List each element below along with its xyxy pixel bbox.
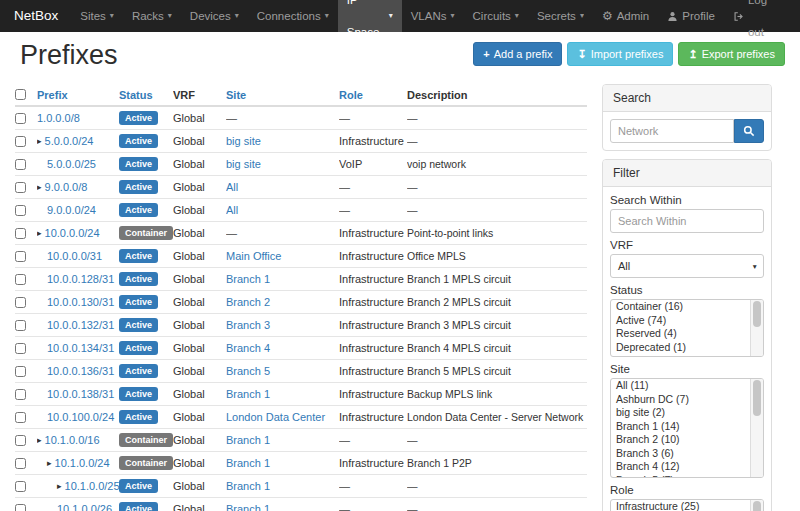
expand-toggle-icon[interactable]: ▸ [37,136,42,146]
role-option[interactable]: Infrastructure (25) [611,500,763,511]
site-link[interactable]: Branch 1 [226,503,270,511]
site-link[interactable]: London Data Center [226,411,325,423]
row-checkbox[interactable] [15,297,26,308]
status-option[interactable]: Reserved (4) [611,327,763,341]
column-header-site[interactable]: Site [226,89,246,101]
row-checkbox[interactable] [15,274,26,285]
row-checkbox[interactable] [15,159,26,170]
column-header-role[interactable]: Role [339,89,363,101]
row-checkbox[interactable] [15,389,26,400]
prefix-link[interactable]: 10.0.0.134/31 [47,342,114,354]
import-prefixes-button[interactable]: ↧ Import prefixes [567,42,673,66]
row-checkbox[interactable] [15,481,26,492]
nav-item-ip-space[interactable]: IP Space▾ [338,0,402,32]
expand-toggle-icon[interactable]: ▸ [37,182,42,192]
site-link[interactable]: Branch 1 [226,434,270,446]
site-option[interactable]: All (11) [611,379,763,393]
prefix-link[interactable]: 10.0.0.136/31 [47,365,114,377]
status-listbox[interactable]: Container (16)Active (74)Reserved (4)Dep… [610,299,764,357]
site-option[interactable]: Branch 4 (12) [611,460,763,474]
nav-item-vlans[interactable]: VLANs▾ [402,0,464,32]
nav-item-admin[interactable]: ⚙Admin [593,0,658,32]
row-checkbox[interactable] [15,182,26,193]
nav-item-profile[interactable]: Profile [658,0,724,32]
site-link[interactable]: big site [226,135,261,147]
scrollbar[interactable] [750,500,763,511]
site-link[interactable]: Branch 4 [226,342,270,354]
scrollbar-thumb[interactable] [753,380,761,416]
row-checkbox[interactable] [15,228,26,239]
site-link[interactable]: Branch 1 [226,480,270,492]
site-option[interactable]: Branch 2 (10) [611,433,763,447]
search-button[interactable] [734,119,764,143]
vrf-select[interactable]: All ▼ [610,254,764,278]
site-option[interactable]: big site (2) [611,406,763,420]
site-link[interactable]: big site [226,158,261,170]
nav-item-connections[interactable]: Connections▾ [248,0,338,32]
row-checkbox[interactable] [15,435,26,446]
prefix-link[interactable]: 10.0.0.128/31 [47,273,114,285]
site-option[interactable]: Branch 3 (6) [611,447,763,461]
row-checkbox[interactable] [15,251,26,262]
row-checkbox[interactable] [15,458,26,469]
prefix-link[interactable]: 5.0.0.0/25 [47,158,96,170]
column-header-prefix[interactable]: Prefix [37,89,68,101]
site-link[interactable]: All [226,204,238,216]
navbar-brand[interactable]: NetBox [0,0,71,32]
prefix-link[interactable]: 10.0.100.0/24 [47,411,114,423]
nav-item-racks[interactable]: Racks▾ [123,0,181,32]
site-link[interactable]: Branch 1 [226,273,270,285]
site-link[interactable]: Branch 2 [226,296,270,308]
expand-toggle-icon[interactable]: ▸ [57,481,62,491]
scrollbar-thumb[interactable] [753,501,761,511]
site-link[interactable]: Branch 3 [226,319,270,331]
site-listbox[interactable]: All (11)Ashburn DC (7)big site (2)Branch… [610,378,764,478]
nav-item-devices[interactable]: Devices▾ [181,0,248,32]
select-all-checkbox[interactable] [15,89,26,100]
row-checkbox[interactable] [15,320,26,331]
nav-item-secrets[interactable]: Secrets▾ [528,0,593,32]
site-link[interactable]: All [226,181,238,193]
row-checkbox[interactable] [15,504,26,511]
prefix-link[interactable]: 10.1.0.0/24 [55,457,110,469]
expand-toggle-icon[interactable]: ▸ [37,228,42,238]
site-option[interactable]: Ashburn DC (7) [611,393,763,407]
prefix-link[interactable]: 10.0.0.130/31 [47,296,114,308]
row-checkbox[interactable] [15,136,26,147]
status-option[interactable]: Active (74) [611,314,763,328]
site-link[interactable]: Branch 1 [226,388,270,400]
prefix-link[interactable]: 10.0.0.0/24 [45,227,100,239]
scrollbar[interactable] [750,300,763,356]
prefix-link[interactable]: 10.1.0.0/25 [65,480,119,492]
search-within-input[interactable] [610,209,764,233]
nav-item-sites[interactable]: Sites▾ [71,0,123,32]
row-checkbox[interactable] [15,412,26,423]
scrollbar[interactable] [750,379,763,477]
search-input[interactable] [610,119,734,143]
prefix-link[interactable]: 9.0.0.0/8 [45,181,88,193]
add-prefix-button[interactable]: + Add a prefix [473,42,562,66]
prefix-link[interactable]: 10.0.0.132/31 [47,319,114,331]
row-checkbox[interactable] [15,205,26,216]
prefix-link[interactable]: 10.0.0.0/31 [47,250,102,262]
row-checkbox[interactable] [15,113,26,124]
nav-item-log-out[interactable]: Log out [724,0,792,32]
site-option[interactable]: Branch 5 (7) [611,474,763,479]
row-checkbox[interactable] [15,343,26,354]
prefix-link[interactable]: 5.0.0.0/24 [45,135,94,147]
site-link[interactable]: Branch 1 [226,457,270,469]
status-option[interactable]: Container (16) [611,300,763,314]
site-link[interactable]: Main Office [226,250,281,262]
nav-item-circuits[interactable]: Circuits▾ [464,0,528,32]
prefix-link[interactable]: 10.1.0.0/16 [45,434,100,446]
site-link[interactable]: Branch 5 [226,365,270,377]
status-option[interactable]: Deprecated (1) [611,341,763,355]
prefix-link[interactable]: 9.0.0.0/24 [47,204,96,216]
column-header-status[interactable]: Status [119,89,153,101]
role-listbox[interactable]: Infrastructure (25)Management (8)Private… [610,499,764,511]
site-option[interactable]: Branch 1 (14) [611,420,763,434]
scrollbar-thumb[interactable] [753,301,761,327]
expand-toggle-icon[interactable]: ▸ [37,435,42,445]
prefix-link[interactable]: 10.0.0.138/31 [47,388,114,400]
row-checkbox[interactable] [15,366,26,377]
